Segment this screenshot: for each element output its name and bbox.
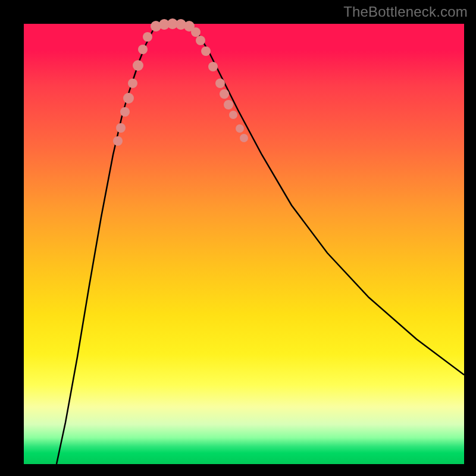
chart-frame: TheBottleneck.com [0,0,476,476]
data-marker [116,123,126,133]
data-marker [120,107,130,117]
data-marker [191,27,201,37]
watermark-text: TheBottleneck.com [343,4,468,20]
data-marker [224,100,233,109]
data-marker [196,36,205,45]
data-marker [236,124,244,133]
data-marker [138,45,148,54]
data-marker [123,93,134,104]
data-marker [128,79,137,88]
data-marker [133,60,143,71]
bottleneck-curve [57,24,464,464]
data-marker [201,46,211,56]
plot-area [24,24,464,464]
data-marker [143,32,152,42]
data-marker [208,62,218,71]
marker-group [113,18,248,146]
data-marker [240,134,248,142]
chart-svg [24,24,464,464]
data-marker [215,79,225,88]
data-marker [220,89,229,99]
data-marker [113,136,123,146]
data-marker [229,111,237,119]
